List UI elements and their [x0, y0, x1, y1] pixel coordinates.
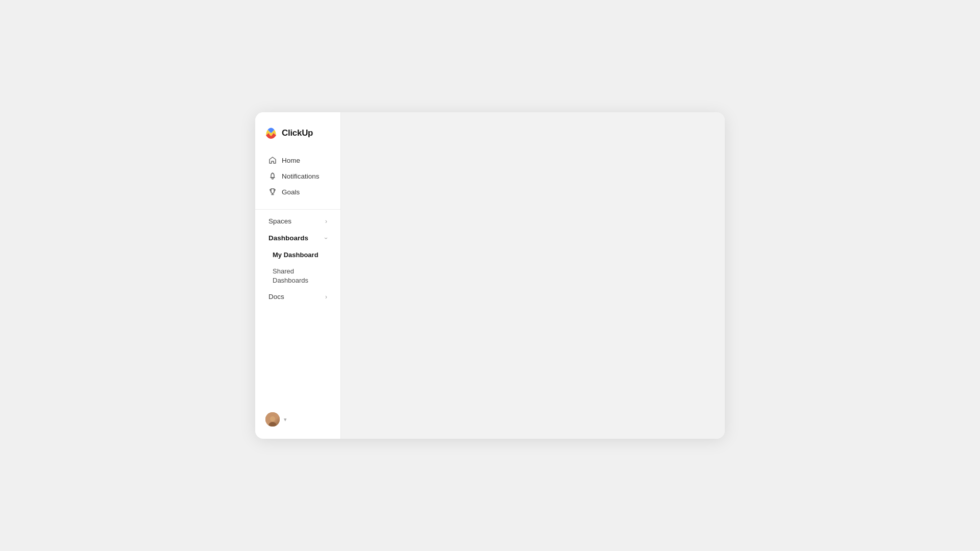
sidebar-item-goals[interactable]: Goals [259, 184, 336, 199]
my-dashboard-label: My Dashboard [273, 251, 318, 259]
app-card: ClickUp Home Notifications [255, 112, 725, 439]
docs-label: Docs [268, 293, 284, 300]
logo-text: ClickUp [282, 128, 313, 138]
sidebar-item-notifications-label: Notifications [282, 172, 320, 180]
sidebar-item-home[interactable]: Home [259, 153, 336, 168]
main-content [341, 112, 725, 439]
avatar-inner [265, 412, 280, 427]
avatar-figure [268, 416, 277, 427]
home-icon [268, 156, 277, 164]
avatar-body [268, 422, 277, 427]
spaces-label: Spaces [268, 217, 291, 225]
spacer [255, 305, 340, 408]
divider-1 [255, 209, 340, 210]
avatar-head [270, 416, 275, 421]
sidebar: ClickUp Home Notifications [255, 112, 341, 439]
avatar [265, 412, 280, 427]
nav-section: Home Notifications Goals [255, 150, 340, 206]
logo-area[interactable]: ClickUp [255, 112, 340, 150]
clickup-logo-icon [264, 127, 278, 140]
bell-icon [268, 172, 277, 180]
sidebar-item-home-label: Home [282, 157, 300, 164]
user-area[interactable]: ▾ [259, 408, 336, 431]
dashboards-chevron-icon: › [323, 237, 330, 239]
sidebar-item-shared-dashboards[interactable]: Shared Dashboards [259, 263, 336, 288]
dashboards-label: Dashboards [268, 234, 308, 242]
sidebar-section-dashboards[interactable]: Dashboards › [259, 230, 336, 246]
shared-dashboards-label: Shared Dashboards [273, 267, 308, 284]
sidebar-section-docs[interactable]: Docs › [259, 289, 336, 305]
sidebar-item-goals-label: Goals [282, 188, 300, 196]
spaces-chevron-icon: › [325, 218, 327, 225]
sidebar-item-my-dashboard[interactable]: My Dashboard [259, 247, 336, 262]
sidebar-item-notifications[interactable]: Notifications [259, 168, 336, 184]
docs-chevron-icon: › [325, 293, 327, 300]
user-chevron-icon: ▾ [284, 416, 287, 423]
sidebar-section-spaces[interactable]: Spaces › [259, 213, 336, 229]
trophy-icon [268, 188, 277, 196]
